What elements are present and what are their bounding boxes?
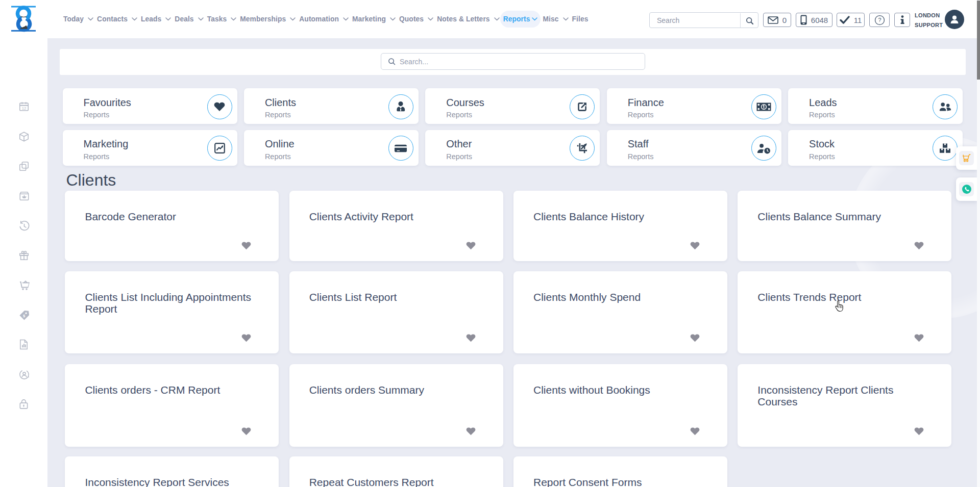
svg-text:$: $ [23, 314, 26, 318]
svg-text:12: 12 [22, 106, 27, 111]
svg-text:?: ? [878, 17, 881, 23]
